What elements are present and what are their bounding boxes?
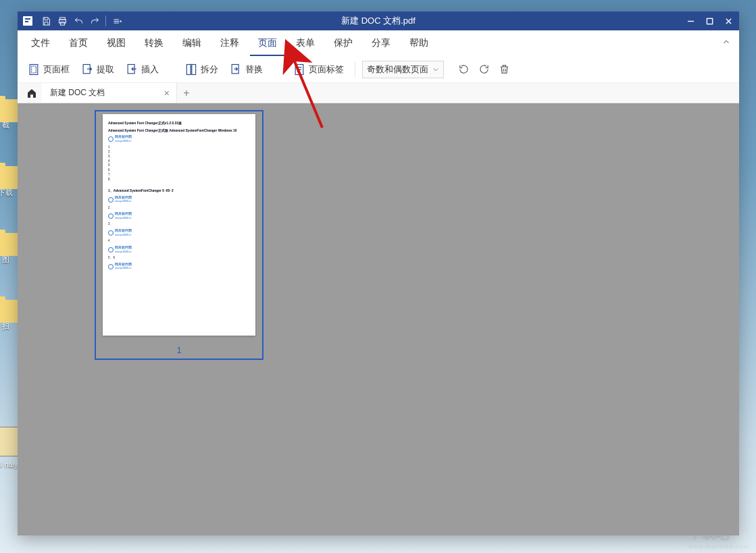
print-icon[interactable] [54,12,70,30]
menu-home[interactable]: 首页 [59,33,97,53]
svg-rect-4 [707,18,712,24]
page-number-label: 1 [176,345,181,355]
svg-rect-2 [60,22,64,24]
document-tab[interactable]: 新建 DOC 文档 × [42,83,177,103]
tool-label: 提取 [97,63,114,76]
tool-label: 拆分 [201,63,218,76]
menu-file[interactable]: 文件 [22,33,59,53]
menubar: 文件 首页 视图 转换 编辑 注释 页面 表单 保护 分享 帮助 [18,30,739,56]
tool-label: 页面标签 [309,63,344,76]
menu-page[interactable]: 页面 [249,33,286,53]
undo-icon[interactable] [70,12,86,30]
tool-label: 替换 [245,63,263,76]
collapse-ribbon-icon[interactable] [722,37,731,49]
tool-page-label[interactable]: 页面标签 [288,60,348,79]
new-tab-button[interactable]: + [177,83,196,103]
more-dropdown-icon[interactable] [109,12,125,30]
maximize-button[interactable] [701,14,717,28]
divider [105,16,106,26]
minimize-button[interactable] [682,14,699,28]
svg-rect-8 [32,66,36,73]
app-logo-icon [23,16,32,26]
document-tabbar: 新建 DOC 文档 × + [18,83,739,103]
delete-icon[interactable] [495,61,513,78]
window-title: 新建 DOC 文档.pdf [341,15,415,27]
menu-edit[interactable]: 编辑 [173,33,211,53]
tool-label: 插入 [141,63,159,76]
titlebar: 新建 DOC 文档.pdf [18,11,739,30]
rotate-right-icon[interactable] [475,61,493,78]
menu-share[interactable]: 分享 [362,33,400,53]
rotate-left-icon[interactable] [455,61,472,78]
menu-view[interactable]: 视图 [97,33,135,53]
app-window: 新建 DOC 文档.pdf 文件 首页 视图 转换 编辑 注释 页面 表单 保护… [18,11,739,535]
menu-comment[interactable]: 注释 [211,33,249,53]
thumb-title: Advanced System Font Changer正式v1.2.0.31版 [108,121,250,126]
menu-convert[interactable]: 转换 [135,33,173,53]
tab-close-icon[interactable]: × [164,88,170,99]
watermark-url: www.xiazaiba.com [688,542,749,549]
svg-rect-11 [186,64,191,74]
menu-form[interactable]: 表单 [286,33,324,53]
tool-extract[interactable]: 提取 [76,60,118,79]
svg-rect-12 [192,64,196,74]
page-range-select[interactable]: 奇数和偶数页面 [362,61,444,78]
close-button[interactable] [720,14,736,28]
select-value: 奇数和偶数页面 [367,63,428,76]
tab-title: 新建 DOC 文档 [50,87,105,99]
page-thumbnail-selected[interactable]: Advanced System Font Changer正式v1.2.0.31版… [95,110,263,360]
tool-replace[interactable]: 替换 [225,60,267,79]
tool-page-frame[interactable]: 页面框 [23,60,74,79]
page-thumbnail-content: Advanced System Font Changer正式v1.2.0.31版… [103,114,255,336]
menu-protect[interactable]: 保护 [324,33,362,53]
redo-icon[interactable] [86,12,103,30]
workspace[interactable]: Advanced System Font Changer正式v1.2.0.31版… [18,103,739,535]
save-icon[interactable] [38,12,54,30]
menu-help[interactable]: 帮助 [400,33,438,53]
tool-split[interactable]: 拆分 [180,60,222,79]
separator [355,62,355,77]
thumb-logo: 同舟软件园www.pc6000.cn [108,135,250,143]
toolbar: 页面框 提取 插入 拆分 替换 页面标签 奇数和偶数页面 [18,56,739,83]
thumb-sub: Advanced System Font Changer正式版 Advanced… [108,128,250,133]
home-tab-icon[interactable] [22,83,42,103]
tool-label: 页面框 [43,63,70,76]
tool-insert[interactable]: 插入 [121,60,163,79]
